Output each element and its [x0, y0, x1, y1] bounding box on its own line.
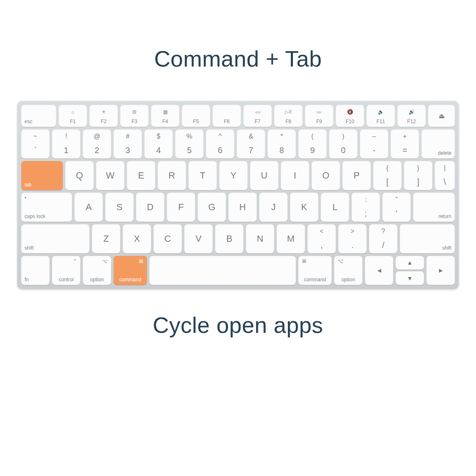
key-u[interactable]: U: [250, 161, 278, 190]
key-esc[interactable]: esc: [21, 105, 56, 127]
key-t[interactable]: T: [188, 161, 217, 190]
key-q[interactable]: Q: [65, 161, 94, 190]
key-f11[interactable]: 🔉F11: [367, 105, 395, 127]
key-shift-right[interactable]: shift: [400, 224, 455, 253]
keyboard: esc ☼F1 ☀F2 ⊞F3 ▦F4 F5 F6 ◃◃F7 ▷IIF8 ▹▹F…: [17, 101, 459, 289]
key-k[interactable]: K: [290, 193, 318, 222]
key-slash[interactable]: ?/: [369, 224, 397, 253]
key-4[interactable]: $4: [144, 129, 173, 159]
key-8[interactable]: *8: [268, 129, 296, 159]
key-space[interactable]: [149, 256, 296, 285]
key-delete[interactable]: delete: [421, 129, 455, 159]
key-3[interactable]: #3: [114, 129, 142, 159]
key-f[interactable]: F: [167, 193, 195, 222]
shortcut-description: Cycle open apps: [153, 312, 323, 338]
key-o[interactable]: O: [312, 161, 340, 190]
key-bracket-close[interactable]: }]: [404, 161, 432, 190]
key-n[interactable]: N: [246, 224, 274, 253]
key-f6[interactable]: F6: [213, 105, 241, 127]
key-minus[interactable]: –-: [360, 129, 388, 159]
arrow-up-down-stack: ▲ ▼: [396, 256, 424, 285]
key-tab[interactable]: tab: [21, 161, 63, 190]
key-arrow-up[interactable]: ▲: [396, 256, 424, 270]
key-f3[interactable]: ⊞F3: [120, 105, 149, 127]
key-g[interactable]: G: [198, 193, 226, 222]
key-m[interactable]: M: [277, 224, 305, 253]
key-option-right[interactable]: ⌥option: [334, 256, 362, 285]
key-period[interactable]: >.: [338, 224, 367, 253]
key-5[interactable]: %5: [175, 129, 203, 159]
key-f12[interactable]: 🔊F12: [397, 105, 426, 127]
row-home: •caps lock A S D F G H J K L :; "' retur…: [21, 193, 455, 222]
key-return[interactable]: return: [413, 193, 455, 222]
key-e[interactable]: E: [127, 161, 155, 190]
key-l[interactable]: L: [321, 193, 349, 222]
key-f2[interactable]: ☀F2: [89, 105, 118, 127]
key-b[interactable]: B: [215, 224, 243, 253]
key-7[interactable]: &7: [237, 129, 265, 159]
key-f5[interactable]: F5: [182, 105, 210, 127]
key-2[interactable]: @2: [83, 129, 111, 159]
key-v[interactable]: V: [184, 224, 213, 253]
key-equal[interactable]: +=: [391, 129, 419, 159]
key-x[interactable]: X: [123, 224, 151, 253]
key-i[interactable]: I: [281, 161, 309, 190]
key-arrow-left[interactable]: ◀: [365, 256, 393, 285]
key-caps-lock[interactable]: •caps lock: [21, 193, 72, 222]
key-arrow-right[interactable]: ▶: [426, 256, 455, 285]
key-6[interactable]: ^6: [206, 129, 234, 159]
key-control[interactable]: ⌃control: [52, 256, 80, 285]
key-eject[interactable]: ⏏: [428, 105, 455, 127]
key-backslash[interactable]: |\: [435, 161, 455, 190]
key-h[interactable]: H: [228, 193, 257, 222]
key-f1[interactable]: ☼F1: [59, 105, 87, 127]
key-semicolon[interactable]: :;: [352, 193, 380, 222]
key-f9[interactable]: ▹▹F9: [305, 105, 333, 127]
key-0[interactable]: )0: [329, 129, 357, 159]
key-arrow-down[interactable]: ▼: [396, 271, 424, 285]
key-shift-left[interactable]: shift: [21, 224, 89, 253]
row-number: ~` !1 @2 #3 $4 %5 ^6 &7 *8 (9 )0 –- += d…: [21, 129, 455, 159]
key-w[interactable]: W: [96, 161, 124, 190]
key-d[interactable]: D: [136, 193, 164, 222]
key-s[interactable]: S: [105, 193, 134, 222]
key-r[interactable]: R: [158, 161, 186, 190]
key-command-left[interactable]: ⌘command: [114, 256, 147, 285]
shortcut-title: Command + Tab: [154, 46, 322, 72]
row-function: esc ☼F1 ☀F2 ⊞F3 ▦F4 F5 F6 ◃◃F7 ▷IIF8 ▹▹F…: [21, 105, 455, 127]
key-comma[interactable]: <,: [307, 224, 336, 253]
key-backtick[interactable]: ~`: [21, 129, 50, 159]
key-a[interactable]: A: [74, 193, 103, 222]
key-fn[interactable]: fn: [21, 256, 50, 285]
key-command-right[interactable]: ⌘command: [298, 256, 332, 285]
row-qwerty: tab Q W E R T Y U I O P {[ }] |\: [21, 161, 455, 190]
key-1[interactable]: !1: [52, 129, 80, 159]
row-modifiers: fn ⌃control ⌥option ⌘command ⌘command ⌥o…: [21, 256, 455, 285]
key-f8[interactable]: ▷IIF8: [274, 105, 302, 127]
key-y[interactable]: Y: [219, 161, 248, 190]
key-f4[interactable]: ▦F4: [151, 105, 179, 127]
key-9[interactable]: (9: [298, 129, 327, 159]
key-f7[interactable]: ◃◃F7: [243, 105, 272, 127]
key-option-left[interactable]: ⌥option: [83, 256, 111, 285]
key-j[interactable]: J: [259, 193, 288, 222]
row-bottom-letters: shift Z X C V B N M <, >. ?/ shift: [21, 224, 455, 253]
key-f10[interactable]: 🔇F10: [336, 105, 364, 127]
key-bracket-open[interactable]: {[: [373, 161, 402, 190]
key-z[interactable]: Z: [92, 224, 120, 253]
key-quote[interactable]: "': [382, 193, 411, 222]
key-c[interactable]: C: [154, 224, 182, 253]
key-p[interactable]: P: [342, 161, 371, 190]
